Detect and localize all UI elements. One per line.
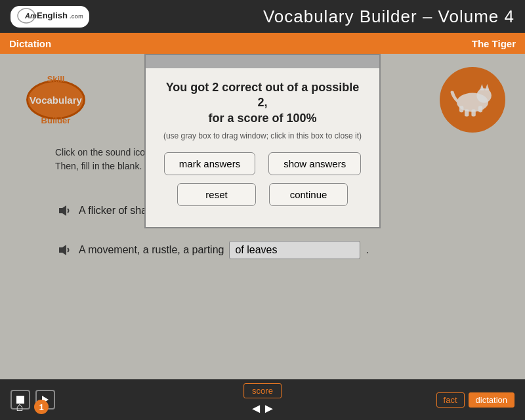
svg-text:Am: Am <box>24 12 37 20</box>
modal-btn-row-2: reset continue <box>161 183 364 206</box>
bottom-center-controls: score ◄► <box>243 383 282 416</box>
show-answers-button[interactable]: show answers <box>268 152 361 175</box>
logo-area: Am English .com® <box>10 6 89 28</box>
bottom-icons: ⌂ 1 <box>10 398 49 416</box>
bottom-right-controls: fact dictation <box>436 392 514 408</box>
mark-answers-button[interactable]: mark answers <box>164 152 255 175</box>
modal-drag-handle[interactable] <box>146 55 379 68</box>
logo-badge: Am English .com® <box>10 6 89 28</box>
score-button[interactable]: score <box>243 383 282 398</box>
fact-tab-button[interactable]: fact <box>436 392 465 408</box>
modal-hint: (use gray box to drag window; click in t… <box>161 131 364 140</box>
header: Am English .com® Vocabulary Builder – Vo… <box>0 0 525 33</box>
header-title: Vocabulary Builder – Volume 4 <box>263 7 514 27</box>
modal-title-line1: You got 2 correct out of a possible 2, <box>166 81 360 109</box>
bottom-bar: score ◄► fact dictation ⌂ 1 <box>0 379 525 420</box>
logo-text: Am English .com® <box>17 8 83 26</box>
home-button[interactable]: ⌂ <box>10 398 29 416</box>
topic-label: The Tiger <box>472 38 516 49</box>
main-content: Skill Vocabulary Builder Click on the so… <box>0 54 525 379</box>
modal-title-line2: for a score of 100% <box>208 112 316 125</box>
svg-text:English: English <box>37 10 68 20</box>
nav-arrows[interactable]: ◄► <box>249 401 276 416</box>
continue-button[interactable]: continue <box>269 183 348 206</box>
dictation-tab-button[interactable]: dictation <box>469 392 514 408</box>
modal-btn-row-1: mark answers show answers <box>161 152 364 175</box>
modal-overlay[interactable]: You got 2 correct out of a possible 2, f… <box>0 54 525 379</box>
orange-bar: Dictation The Tiger <box>0 33 525 54</box>
svg-text:.com®: .com® <box>70 13 83 20</box>
page-number-badge: 1 <box>34 400 49 414</box>
modal-dialog[interactable]: You got 2 correct out of a possible 2, f… <box>144 54 381 228</box>
modal-body: You got 2 correct out of a possible 2, f… <box>146 68 379 227</box>
reset-button[interactable]: reset <box>177 183 256 206</box>
dictation-label: Dictation <box>9 38 51 49</box>
modal-title: You got 2 correct out of a possible 2, f… <box>161 80 364 126</box>
